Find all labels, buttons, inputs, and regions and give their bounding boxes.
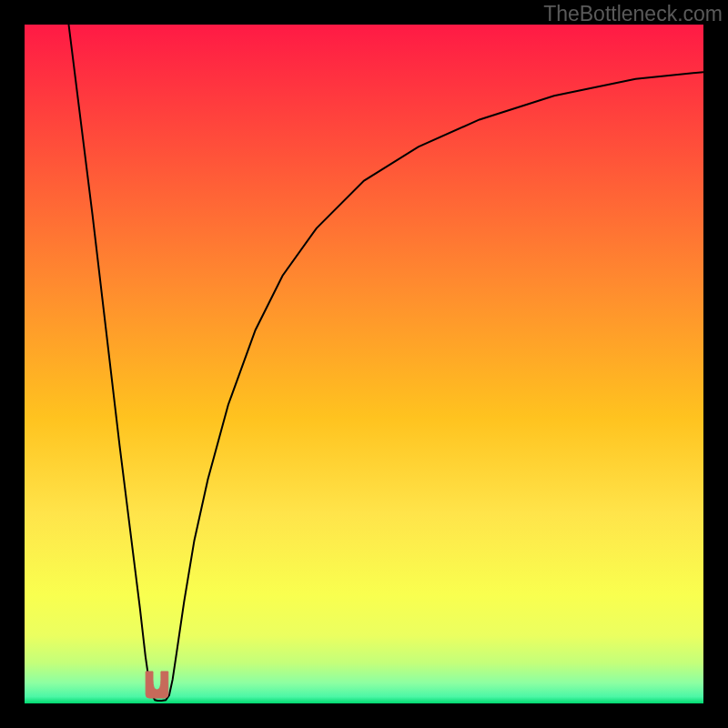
gradient-background bbox=[25, 25, 703, 703]
watermark-text: TheBottleneck.com bbox=[543, 2, 723, 26]
plot-area bbox=[25, 25, 703, 703]
chart-container: TheBottleneck.com bbox=[0, 0, 728, 728]
chart-svg bbox=[25, 25, 703, 703]
